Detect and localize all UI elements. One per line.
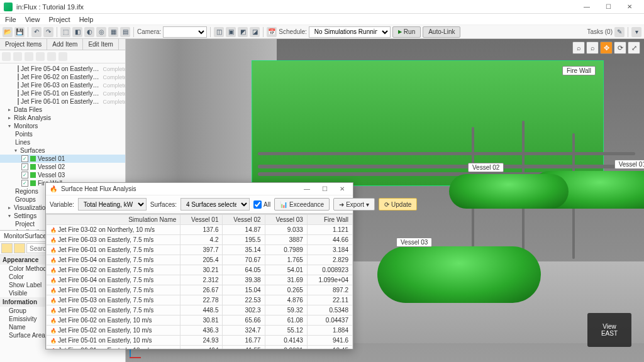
tab-project-items[interactable]: Project Items — [0, 39, 47, 50]
tree-visualization: Visualization — [14, 204, 49, 211]
prop-icon[interactable] — [1, 243, 13, 253]
sidebar-filter — [0, 50, 125, 63]
tree-project: Project — [15, 221, 35, 228]
zoom-in-icon[interactable]: ⌕ — [586, 41, 599, 54]
table-row[interactable]: Jet Fire 06-03 on Easterly, 7.5 m/s4.219… — [47, 235, 353, 245]
tab-add-item[interactable]: Add Item — [47, 39, 83, 50]
surfaces-label: Surfaces: — [150, 201, 177, 208]
t10-icon[interactable]: ◪ — [250, 27, 260, 37]
schedule-label: Schedule: — [279, 28, 306, 35]
edit-tasks-icon[interactable]: ✎ — [614, 27, 625, 37]
tree-risk: Risk Analysis — [14, 114, 51, 121]
tool5-icon[interactable]: ▦ — [108, 27, 118, 37]
viewport-toolbar: ⌕ ⌕ ✥ ⟳ ⤢ — [572, 41, 640, 54]
camera-label: Camera: — [137, 28, 161, 35]
menu-project[interactable]: Project — [48, 16, 70, 23]
column-header[interactable]: Vessel 03 — [265, 215, 307, 225]
table-row[interactable]: Jet Fire 05-02 on Easterly, 7.5 m/s448.5… — [47, 305, 353, 315]
all-checkbox[interactable]: All — [253, 200, 270, 209]
open-icon[interactable]: 📂 — [3, 27, 13, 37]
column-header[interactable]: Vessel 02 — [223, 215, 265, 225]
schedule-select[interactable]: No Simulations Running — [309, 26, 391, 38]
table-row[interactable]: Jet Fire 06-02 on Easterly, 10 m/s30.816… — [47, 315, 353, 326]
tasks-label[interactable]: Tasks (0) — [587, 28, 613, 35]
save-icon[interactable]: 💾 — [14, 27, 25, 37]
autolink-button[interactable]: Auto-Link — [423, 26, 460, 38]
table-row[interactable]: Jet Fire 03-02 on Northerly, 10 m/s137.6… — [47, 225, 353, 235]
flame-icon: 🔥 — [50, 185, 57, 192]
table-row[interactable]: Jet Fire 06-04 on Easterly, 7.5 m/s2.312… — [47, 275, 353, 285]
menu-help[interactable]: Help — [79, 16, 94, 23]
last-icon[interactable]: ▾ — [631, 27, 641, 37]
fire-wall-surface: Fire Wall — [252, 60, 604, 186]
zoom-out-icon[interactable]: ⌕ — [572, 41, 585, 54]
redo-icon[interactable]: ↷ — [43, 27, 53, 37]
t9-icon[interactable]: ◩ — [238, 27, 248, 37]
fit-icon[interactable]: ⤢ — [628, 41, 640, 54]
exceedance-button[interactable]: 📊 Exceedance — [274, 198, 330, 211]
column-header[interactable]: Vessel 01 — [180, 215, 223, 225]
table-row[interactable]: Jet Fire 05-04 on Easterly, 7.5 m/s205.4… — [47, 255, 353, 265]
tree-monitors: Monitors — [14, 123, 38, 129]
column-header[interactable]: Simulation Name — [47, 215, 180, 225]
tool3-icon[interactable]: ◐ — [84, 27, 94, 37]
tool2-icon[interactable]: ◧ — [72, 27, 82, 37]
variable-select[interactable]: Total Heating, kW — [78, 198, 147, 211]
table-row[interactable]: Jet Fire 05-01 on Easterly, 7.5 m/s26.67… — [47, 285, 353, 295]
table-row[interactable]: Jet Fire 06-01 on Easterly, 10 m/s46441.… — [47, 346, 353, 349]
tool6-icon[interactable]: ▤ — [120, 27, 130, 37]
filter-icon[interactable] — [2, 52, 11, 61]
maximize-button[interactable]: ☐ — [597, 0, 619, 14]
tool4-icon[interactable]: ◎ — [96, 27, 106, 37]
table-row[interactable]: Jet Fire 06-02 on Easterly, 7.5 m/s30.21… — [47, 265, 353, 275]
filter-icon[interactable] — [58, 52, 67, 61]
tool-icon[interactable]: ⬚ — [60, 27, 70, 37]
update-button[interactable]: ⟳ Update — [379, 198, 417, 211]
menubar: File View Project Help — [0, 14, 644, 25]
table-row[interactable]: Jet Fire 06-01 on Easterly, 7.5 m/s397.7… — [47, 245, 353, 255]
tree-surface-item: ✓Vessel 01 — [0, 155, 125, 163]
tab-edit-item[interactable]: Edit Item — [83, 39, 118, 50]
table-row[interactable]: Jet Fire 05-01 on Easterly, 10 m/s24.931… — [47, 336, 353, 346]
tree-regions: Regions — [15, 188, 38, 195]
tree-groups: Groups — [15, 196, 36, 203]
t8-icon[interactable]: ▣ — [226, 27, 236, 37]
dialog-close[interactable]: ✕ — [335, 185, 349, 192]
dialog-minimize[interactable]: — — [300, 185, 314, 192]
surfaces-select[interactable]: 4 Surfaces selected — [180, 198, 250, 211]
filter-icon[interactable] — [47, 52, 56, 61]
tree-points: Points — [15, 131, 33, 138]
calendar-icon[interactable]: 📅 — [267, 27, 277, 37]
table-row[interactable]: Jet Fire 05-02 on Easterly, 10 m/s436.33… — [47, 326, 353, 336]
main-toolbar: 📂 💾 ↶ ↷ ⬚ ◧ ◐ ◎ ▦ ▤ Camera: ◫ ▣ ◩ ◪ 📅 Sc… — [0, 25, 644, 39]
dialog-maximize[interactable]: ☐ — [318, 185, 331, 192]
results-grid[interactable]: Simulation NameVessel 01Vessel 02Vessel … — [46, 214, 353, 349]
label-firewall: Fire Wall — [562, 66, 596, 75]
camera-select[interactable] — [163, 26, 207, 38]
export-button[interactable]: ➜ Export ▾ — [333, 198, 375, 211]
filter-icon[interactable] — [25, 52, 33, 61]
view-compass[interactable]: View EAST — [587, 313, 631, 347]
app-icon — [4, 3, 13, 11]
pan-icon[interactable]: ✥ — [600, 41, 613, 54]
titlebar: in:Flux : Tutorial 19.ifx — ☐ ✕ — [0, 0, 644, 14]
window-title: in:Flux : Tutorial 19.ifx — [16, 3, 576, 11]
tree-surface-item: ✓Vessel 03 — [0, 171, 125, 179]
menu-file[interactable]: File — [5, 16, 16, 23]
heat-flux-dialog: 🔥 Surface Heat Flux Analysis — ☐ ✕ Varia… — [45, 182, 353, 349]
t7-icon[interactable]: ◫ — [214, 27, 224, 37]
table-row[interactable]: Jet Fire 05-03 on Easterly, 7.5 m/s22.78… — [47, 295, 353, 305]
filter-icon[interactable] — [13, 52, 22, 61]
filter-icon[interactable] — [36, 52, 45, 61]
tree-settings: Settings — [14, 212, 36, 219]
vessel-03: Vessel 03 — [377, 246, 541, 303]
menu-view[interactable]: View — [25, 16, 40, 23]
run-button[interactable]: Run — [392, 26, 421, 38]
undo-icon[interactable]: ↶ — [31, 27, 42, 37]
orbit-icon[interactable]: ⟳ — [614, 41, 626, 54]
tree-data-files: Data Files — [14, 106, 42, 113]
prop-icon[interactable] — [14, 243, 25, 253]
minimize-button[interactable]: — — [576, 0, 597, 14]
close-button[interactable]: ✕ — [619, 0, 640, 14]
column-header[interactable]: Fire Wall — [307, 215, 352, 225]
